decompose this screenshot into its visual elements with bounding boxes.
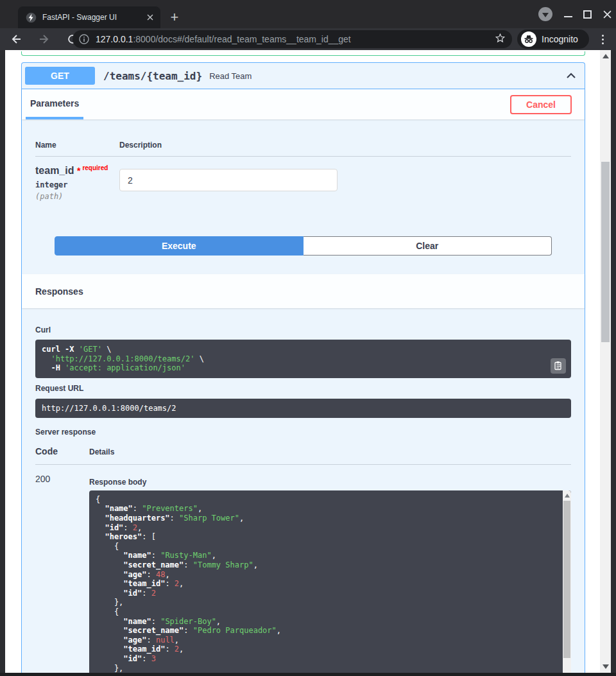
fastapi-favicon-icon bbox=[26, 12, 37, 23]
incognito-label: Incognito bbox=[542, 34, 578, 44]
page-info-icon[interactable] bbox=[79, 34, 89, 44]
execute-row: Execute Clear bbox=[55, 236, 552, 256]
window-close-button[interactable] bbox=[602, 9, 612, 19]
execute-button[interactable]: Execute bbox=[55, 236, 304, 256]
browser-menu-icon[interactable] bbox=[596, 33, 609, 46]
browser-tab-bar: FastAPI - Swagger UI + bbox=[0, 0, 616, 28]
response-body-label: Response body bbox=[89, 478, 571, 487]
opblock-summary[interactable]: GET /teams/{team_id} Read Team bbox=[22, 63, 585, 89]
clear-button[interactable]: Clear bbox=[304, 236, 552, 256]
required-label: required bbox=[82, 164, 108, 171]
browser-toolbar: 127.0.0.1:8000/docs#/default/read_team_t… bbox=[0, 28, 616, 50]
window-maximize-button[interactable] bbox=[583, 10, 592, 19]
back-icon[interactable] bbox=[9, 32, 23, 46]
request-url-label: Request URL bbox=[35, 384, 571, 393]
responses-header: Responses bbox=[22, 274, 585, 308]
swagger-page: GET /teams/{team_id} Read Team Parameter… bbox=[5, 50, 600, 673]
endpoint-summary: Read Team bbox=[209, 71, 252, 81]
new-tab-button[interactable]: + bbox=[166, 8, 184, 26]
profile-chevron-icon[interactable] bbox=[538, 7, 552, 21]
parameter-location: (path) bbox=[35, 192, 119, 201]
scroll-up-icon[interactable] bbox=[565, 494, 570, 498]
scroll-up-icon[interactable] bbox=[603, 54, 609, 58]
server-response-label: Server response bbox=[35, 428, 571, 437]
column-header-name: Name bbox=[35, 141, 119, 150]
response-row: 200 Response body { "name": "Preventers"… bbox=[35, 472, 571, 673]
forward-icon[interactable] bbox=[37, 32, 51, 46]
browser-tab[interactable]: FastAPI - Swagger UI bbox=[18, 6, 160, 28]
parameters-section: Name Description team_id *required integ… bbox=[22, 141, 585, 256]
team-id-input[interactable] bbox=[119, 169, 338, 191]
column-header-code: Code bbox=[35, 446, 89, 456]
scrollbar-thumb[interactable] bbox=[563, 501, 570, 658]
tab-close-icon[interactable] bbox=[145, 12, 155, 22]
tab-title: FastAPI - Swagger UI bbox=[42, 13, 145, 22]
window-minimize-button[interactable] bbox=[563, 9, 573, 19]
parameters-header: Parameters Cancel bbox=[22, 89, 585, 119]
method-badge: GET bbox=[25, 67, 95, 85]
parameter-name: team_id *required bbox=[35, 164, 119, 177]
url-host: 127.0.0.1 bbox=[96, 34, 133, 44]
incognito-icon bbox=[521, 31, 536, 47]
parameter-row: team_id *required integer (path) bbox=[35, 164, 571, 201]
previous-opblock-edge bbox=[21, 51, 585, 56]
response-table-header: Code Details bbox=[35, 446, 571, 456]
url-bar[interactable]: 127.0.0.1:8000/docs#/default/read_team_t… bbox=[73, 30, 512, 48]
bookmark-star-icon[interactable] bbox=[495, 33, 506, 46]
collapse-chevron-icon[interactable] bbox=[564, 69, 578, 83]
column-header-details: Details bbox=[89, 447, 114, 456]
tab-parameters[interactable]: Parameters bbox=[26, 89, 83, 119]
curl-command: curl -X 'GET' \ 'http://127.0.0.1:8000/t… bbox=[35, 340, 571, 378]
column-header-description: Description bbox=[119, 141, 162, 150]
endpoint-path: /teams/{team_id} bbox=[103, 70, 202, 82]
copy-to-clipboard-button[interactable] bbox=[551, 358, 566, 374]
page-scrollbar-thumb[interactable] bbox=[601, 162, 610, 342]
cancel-button[interactable]: Cancel bbox=[510, 95, 572, 114]
response-body-scrollbar[interactable] bbox=[563, 490, 571, 673]
opblock-get-teams: GET /teams/{team_id} Read Team Parameter… bbox=[21, 62, 585, 673]
url-text[interactable]: 127.0.0.1:8000/docs#/default/read_team_t… bbox=[96, 34, 351, 44]
curl-label: Curl bbox=[35, 325, 571, 334]
responses-title: Responses bbox=[35, 286, 83, 297]
status-code: 200 bbox=[35, 472, 89, 673]
scroll-down-icon[interactable] bbox=[603, 664, 609, 669]
page-scrollbar[interactable] bbox=[600, 50, 611, 673]
response-body: { "name": "Preventers", "headquarters": … bbox=[89, 490, 571, 673]
url-path: :8000/docs#/default/read_team_teams__tea… bbox=[133, 34, 350, 44]
request-url-value: http://127.0.0.1:8000/teams/2 bbox=[35, 399, 571, 418]
incognito-badge: Incognito bbox=[517, 30, 589, 49]
responses-section: Curl curl -X 'GET' \ 'http://127.0.0.1:8… bbox=[22, 308, 585, 673]
required-star: * bbox=[77, 166, 80, 176]
window-frame-bottom bbox=[0, 673, 616, 676]
parameter-type: integer bbox=[35, 180, 119, 189]
